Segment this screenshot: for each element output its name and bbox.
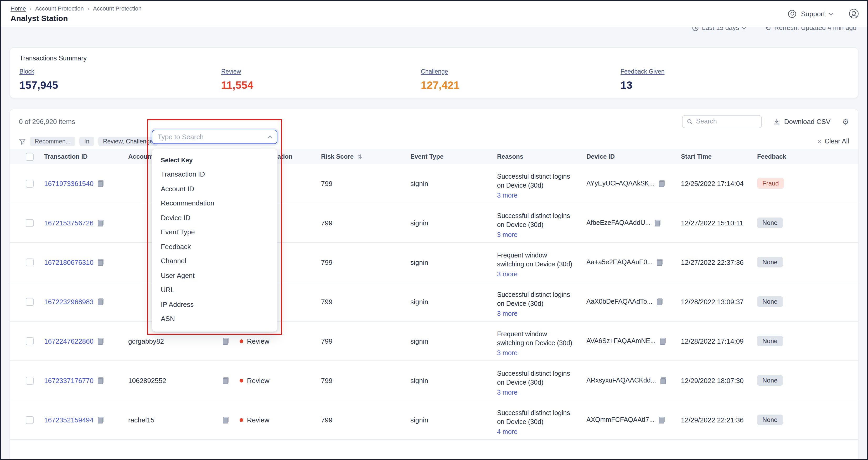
transaction-id-link[interactable]: 1671973361540: [44, 179, 94, 187]
dropdown-option-feedback[interactable]: Feedback: [152, 239, 277, 254]
support-menu[interactable]: Support: [801, 10, 825, 18]
metric-block-label[interactable]: Block: [20, 68, 34, 74]
device-id: AaX0bDeFAQAAdTo...: [586, 298, 653, 305]
metric-feedback-given-value: 13: [621, 79, 665, 91]
device-id: AYyEyUCFAQAAkSK...: [586, 180, 654, 187]
copy-icon[interactable]: [97, 417, 104, 423]
metric-feedback-given: Feedback Given 13: [621, 66, 665, 91]
row-checkbox[interactable]: [26, 298, 33, 306]
copy-icon[interactable]: [659, 338, 666, 344]
download-csv-button[interactable]: Download CSV: [774, 117, 831, 125]
col-header-feedback: Feedback: [753, 153, 849, 160]
analyst-station-page: Last 15 days ↻ Refresh: Updated 4 min ag…: [0, 0, 868, 460]
metric-challenge-label[interactable]: Challenge: [421, 68, 448, 74]
account-id: rachel15: [128, 416, 154, 424]
copy-icon[interactable]: [658, 180, 665, 187]
dropdown-option-recommendation[interactable]: Recommendation: [152, 196, 277, 210]
dropdown-option-account-id[interactable]: Account ID: [152, 182, 277, 196]
dropdown-option-ip-address[interactable]: IP Address: [152, 297, 277, 312]
more-reasons-link[interactable]: 3 more: [497, 231, 518, 240]
close-icon: ×: [817, 137, 822, 145]
dropdown-option-user-agent[interactable]: User Agent: [152, 268, 277, 283]
row-checkbox[interactable]: [26, 337, 33, 345]
select-all-checkbox[interactable]: [26, 153, 33, 160]
transactions-table-card: 0 of 296,920 items Download CSV ⚙ Recomm…: [9, 109, 859, 460]
metric-block-value: 157,945: [20, 79, 58, 91]
transaction-id-link[interactable]: 1672180676310: [44, 258, 94, 266]
key-search-combobox[interactable]: [152, 130, 277, 144]
more-reasons-link[interactable]: 3 more: [497, 270, 518, 279]
event-type: signin: [410, 376, 428, 384]
search-icon: [687, 118, 693, 125]
row-checkbox[interactable]: [26, 416, 33, 424]
col-header-transaction-id: Transaction ID: [40, 153, 124, 160]
more-reasons-link[interactable]: 3 more: [497, 309, 518, 318]
filter-chip-values[interactable]: Review, Challenge: [98, 136, 158, 146]
sort-icon[interactable]: ⇅: [357, 153, 362, 160]
gear-icon[interactable]: ⚙: [842, 117, 849, 125]
review-dot-icon: [240, 339, 243, 343]
event-type: signin: [410, 337, 428, 345]
risk-score: 799: [321, 219, 332, 227]
table-row: 1672337176770 1062892552 Review 799 sign…: [10, 361, 858, 400]
key-search-input[interactable]: [158, 133, 269, 141]
dropdown-option-device-id[interactable]: Device ID: [152, 210, 277, 225]
copy-icon[interactable]: [97, 219, 104, 226]
copy-icon[interactable]: [222, 377, 229, 384]
breadcrumb-home-link[interactable]: Home: [10, 5, 26, 11]
recommendation-value: Review: [247, 376, 269, 384]
more-reasons-link[interactable]: 3 more: [497, 349, 518, 358]
metric-block: Block 157,945: [20, 66, 58, 91]
transaction-id-link[interactable]: 1672247622860: [44, 337, 94, 345]
event-type: signin: [410, 258, 428, 266]
transaction-id-link[interactable]: 1672337176770: [44, 376, 94, 384]
filter-chip-key[interactable]: Recommen...: [30, 136, 75, 146]
search-input[interactable]: [696, 118, 757, 125]
feedback-badge: None: [757, 415, 783, 425]
row-checkbox[interactable]: [26, 376, 33, 384]
copy-icon[interactable]: [222, 417, 229, 423]
row-checkbox[interactable]: [26, 179, 33, 187]
copy-icon[interactable]: [97, 259, 104, 266]
table-row: 1672153756726 799 signin Successful dist…: [10, 203, 858, 243]
feedback-badge: None: [757, 217, 783, 228]
feedback-badge: None: [757, 257, 783, 268]
dropdown-option-event-type[interactable]: Event Type: [152, 225, 277, 239]
copy-icon[interactable]: [97, 298, 104, 305]
user-avatar-icon[interactable]: [849, 9, 859, 19]
clear-all-button[interactable]: × Clear All: [817, 137, 849, 145]
metric-challenge: Challenge 127,421: [421, 66, 460, 91]
filter-chip-operator[interactable]: In: [80, 136, 94, 146]
transaction-id-link[interactable]: 1672352159494: [44, 416, 94, 424]
col-header-start-time: Start Time: [677, 153, 753, 160]
copy-icon[interactable]: [97, 180, 104, 187]
copy-icon[interactable]: [660, 377, 666, 384]
dropdown-option-asn[interactable]: ASN: [152, 312, 277, 326]
transaction-id-link[interactable]: 1672153756726: [44, 219, 94, 227]
transaction-id-link[interactable]: 1672232968983: [44, 298, 94, 306]
start-time: 12/25/2022 17:14:04: [681, 179, 744, 187]
more-reasons-link[interactable]: 3 more: [497, 388, 518, 397]
feedback-badge: None: [757, 296, 783, 307]
copy-icon[interactable]: [656, 259, 663, 266]
more-reasons-link[interactable]: 4 more: [497, 428, 518, 437]
search-box[interactable]: [682, 115, 762, 128]
dropdown-option-transaction-id[interactable]: Transaction ID: [152, 167, 277, 182]
breadcrumb-item[interactable]: Account Protection: [35, 5, 84, 11]
metric-feedback-given-label[interactable]: Feedback Given: [621, 68, 665, 74]
dropdown-option-channel[interactable]: Channel: [152, 254, 277, 268]
device-id: AfbeEzeFAQAAddU...: [586, 219, 651, 226]
dropdown-option-url[interactable]: URL: [152, 283, 277, 297]
copy-icon[interactable]: [97, 338, 104, 344]
metric-review-label[interactable]: Review: [221, 68, 241, 74]
copy-icon[interactable]: [222, 338, 229, 344]
copy-icon[interactable]: [658, 417, 665, 423]
download-icon: [774, 118, 780, 125]
copy-icon[interactable]: [656, 298, 663, 305]
table-row: 1672232968983 799 signin Successful dist…: [10, 282, 858, 321]
copy-icon[interactable]: [97, 377, 104, 384]
more-reasons-link[interactable]: 3 more: [497, 191, 518, 200]
row-checkbox[interactable]: [26, 258, 33, 266]
copy-icon[interactable]: [654, 219, 661, 226]
row-checkbox[interactable]: [26, 219, 33, 227]
